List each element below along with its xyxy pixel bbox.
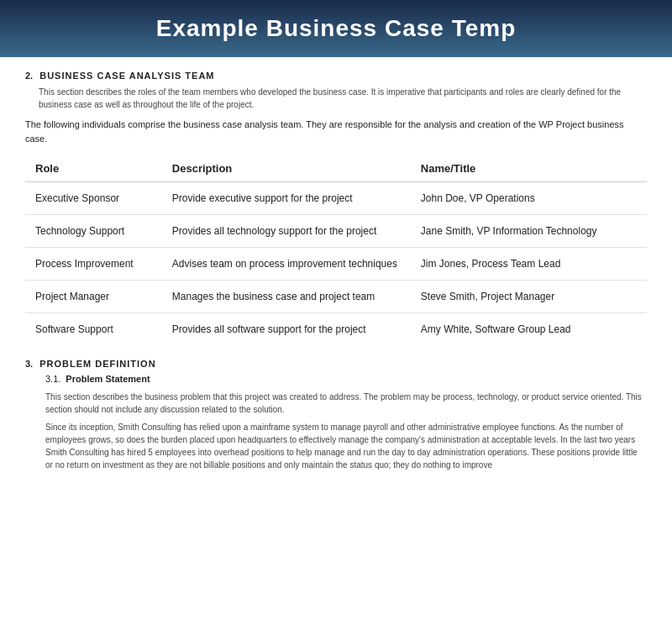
col-header-role: Role: [25, 155, 162, 182]
section2-header: 2. Business Case Analysis Team: [25, 71, 647, 81]
header-title: Example Business Case Temp: [156, 15, 517, 41]
section2-description: This section describes the roles of the …: [39, 86, 647, 111]
page-header: Example Business Case Temp: [0, 0, 672, 57]
table-row: Software Support Provides all software s…: [25, 313, 647, 346]
table-row: Executive Sponsor Provide executive supp…: [25, 182, 647, 215]
cell-description: Provide executive support for the projec…: [162, 182, 411, 215]
cell-name: Jane Smith, VP Information Technology: [411, 215, 647, 248]
sub31-body: Since its inception, Smith Consulting ha…: [45, 421, 647, 471]
cell-description: Manages the business case and project te…: [162, 281, 411, 313]
main-content: 2. Business Case Analysis Team This sect…: [0, 57, 672, 490]
section3-number: 3.: [25, 359, 33, 369]
section2-intro: The following individuals comprise the b…: [25, 118, 647, 145]
section3: 3. Problem Definition 3.1. Problem State…: [25, 359, 647, 471]
section3-title: Problem Definition: [39, 359, 155, 369]
table-row: Process Improvement Advises team on proc…: [25, 248, 647, 281]
cell-role: Software Support: [25, 313, 162, 346]
cell-description: Provides all software support for the pr…: [162, 313, 411, 346]
cell-name: John Doe, VP Operations: [411, 182, 647, 215]
cell-name: Amy White, Software Group Lead: [411, 313, 647, 346]
cell-role: Process Improvement: [25, 248, 162, 281]
sub31-number: 3.1.: [45, 374, 60, 387]
table-header-row: Role Description Name/Title: [25, 155, 647, 182]
cell-description: Advises team on process improvement tech…: [162, 248, 411, 281]
cell-role: Technology Support: [25, 215, 162, 248]
team-table: Role Description Name/Title Executive Sp…: [25, 155, 647, 345]
sub31-title: Problem Statement: [66, 374, 150, 384]
col-header-name: Name/Title: [411, 155, 647, 182]
table-row: Project Manager Manages the business cas…: [25, 281, 647, 313]
sub31-description: This section describes the business prob…: [45, 391, 647, 416]
cell-name: Jim Jones, Process Team Lead: [411, 248, 647, 281]
cell-role: Project Manager: [25, 281, 162, 313]
col-header-description: Description: [162, 155, 411, 182]
section2-number: 2.: [25, 71, 33, 81]
table-row: Technology Support Provides all technolo…: [25, 215, 647, 248]
section3-header: 3. Problem Definition: [25, 359, 647, 369]
section2-title: Business Case Analysis Team: [39, 71, 214, 81]
table-body: Executive Sponsor Provide executive supp…: [25, 182, 647, 346]
sub-section-31: 3.1. Problem Statement This section desc…: [45, 374, 647, 471]
cell-name: Steve Smith, Project Manager: [411, 281, 647, 313]
cell-description: Provides all technology support for the …: [162, 215, 411, 248]
cell-role: Executive Sponsor: [25, 182, 162, 215]
